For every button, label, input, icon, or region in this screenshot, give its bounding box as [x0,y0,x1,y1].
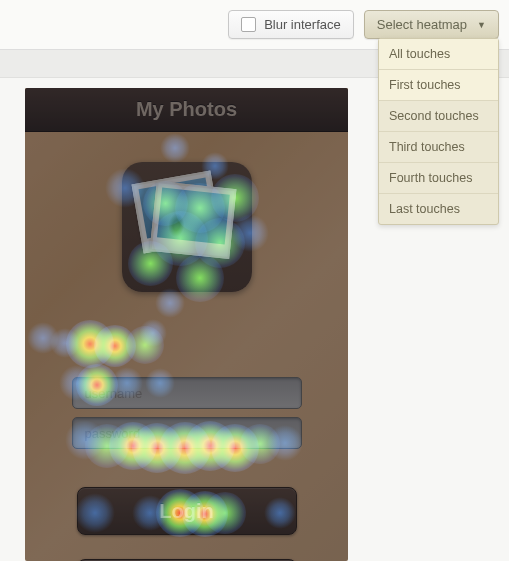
dropdown-item-1[interactable]: First touches [379,70,498,101]
chevron-down-icon: ▼ [477,20,486,30]
heatmap-dropdown-panel: All touchesFirst touchesSecond touchesTh… [378,38,499,225]
dropdown-item-0[interactable]: All touches [379,39,498,70]
select-heatmap-label: Select heatmap [377,17,467,32]
dropdown-item-4[interactable]: Fourth touches [379,163,498,194]
blur-checkbox[interactable] [241,17,256,32]
heatmap-dark-overlay [25,88,348,561]
select-heatmap-dropdown[interactable]: Select heatmap ▼ [364,10,499,39]
dropdown-item-5[interactable]: Last touches [379,194,498,224]
dropdown-item-2[interactable]: Second touches [379,101,498,132]
blur-label: Blur interface [264,17,341,32]
phone-screenshot: My Photos username password Login Regist… [25,88,348,561]
dropdown-item-3[interactable]: Third touches [379,132,498,163]
blur-interface-button[interactable]: Blur interface [228,10,354,39]
